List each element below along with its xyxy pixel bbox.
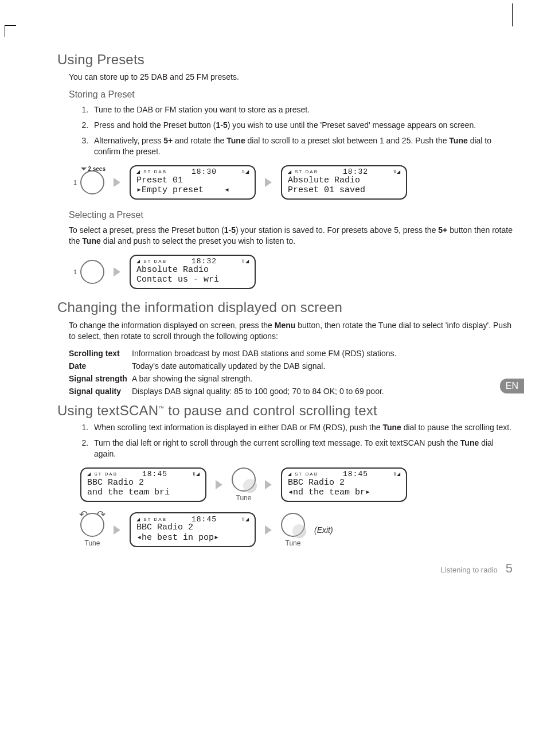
option-value: Information broadcast by most DAB statio… (132, 349, 513, 358)
lcd-battery-icon: ⥮◢ (241, 517, 249, 522)
table-row: Scrolling textInformation broadcast by m… (69, 349, 513, 358)
lcd-line2: and the team bri (87, 488, 200, 497)
lcd-battery-icon: ⥮◢ (241, 259, 249, 264)
para-changing-info: To change the information displayed on s… (69, 320, 513, 342)
arrow-icon (265, 525, 272, 535)
language-tab: EN (500, 379, 524, 393)
step: Press and hold the Preset button (1-5) y… (91, 120, 513, 131)
lcd-screen: ◢ ST DAB 18:30 ⥮◢ Preset 01 ▸Empty prese… (130, 165, 256, 200)
heading-using-presets: Using Presets (57, 52, 513, 68)
hold-label: 2 secs (81, 166, 106, 172)
lcd-screen: ◢ ST DAB 18:45 ⥮◢ BBC Radio 2 and the te… (80, 467, 206, 502)
lcd-clock: 18:45 (142, 470, 167, 478)
step: Tune to the DAB or FM station you want t… (91, 104, 513, 115)
intro-presets: You can store up to 25 DAB and 25 FM pre… (69, 72, 513, 81)
diagram-textscan-row1: ◢ ST DAB 18:45 ⥮◢ BBC Radio 2 and the te… (80, 467, 513, 502)
arrow-icon (114, 525, 120, 535)
lcd-battery-icon: ⥮◢ (393, 471, 400, 477)
diagram-textscan-row2: ↶↷ Tune ◢ ST DAB 18:45 ⥮◢ BBC Radio 2 ◂h… (80, 512, 513, 547)
steps-storing: Tune to the DAB or FM station you want t… (80, 104, 513, 157)
footer-page-number: 5 (506, 561, 513, 576)
arrow-icon (216, 480, 222, 489)
arrow-icon (114, 178, 120, 187)
dial-number: 1 (73, 179, 77, 186)
dial-icon: ↶↷ (80, 513, 104, 537)
table-row: Signal strengthA bar showing the signal … (69, 374, 513, 383)
steps-textscan: When scrolling text information is displ… (80, 422, 513, 459)
info-options-table: Scrolling textInformation broadcast by m… (69, 349, 513, 396)
arrow-icon (265, 480, 272, 489)
lcd-line1: Absolute Radio (136, 265, 249, 275)
lcd-status-icons: ◢ ST DAB (136, 169, 167, 174)
table-row: Signal qualityDisplays DAB signal qualit… (69, 387, 513, 396)
option-key: Signal strength (69, 374, 132, 383)
option-value: Today's date automatically updated by th… (132, 361, 513, 371)
lcd-line1: BBC Radio 2 (87, 478, 200, 488)
exit-label: (Exit) (314, 525, 333, 535)
heading-changing-info: Changing the information displayed on sc… (57, 299, 513, 315)
lcd-status-icons: ◢ ST DAB (136, 259, 167, 264)
dial-with-hand: Tune (281, 513, 305, 547)
dial-number: 1 (73, 268, 77, 275)
option-key: Scrolling text (69, 349, 132, 358)
dial-icon: 1 (80, 260, 104, 284)
arrow-icon (114, 267, 120, 276)
lcd-line2: Contact us - wri (136, 275, 249, 285)
lcd-line2: ▸Empty preset ◂ (136, 185, 249, 195)
lcd-line1: BBC Radio 2 (288, 478, 400, 488)
lcd-battery-icon: ⥮◢ (241, 169, 249, 174)
lcd-line1: Absolute Radio (288, 176, 400, 185)
diagram-select: 1 ◢ ST DAB 18:32 ⥮◢ Absolute Radio Conta… (80, 255, 513, 290)
lcd-battery-icon: ⥮◢ (192, 471, 200, 477)
dial-icon (232, 467, 256, 492)
step: When scrolling text information is displ… (91, 422, 513, 433)
para-selecting: To select a preset, press the Preset but… (69, 225, 513, 247)
lcd-line1: Preset 01 (136, 176, 249, 185)
lcd-clock: 18:45 (192, 515, 217, 524)
dial-rotate: ↶↷ Tune (80, 513, 104, 547)
heading-textscan: Using textSCAN™ to pause and control scr… (57, 403, 513, 419)
lcd-screen: ◢ ST DAB 18:32 ⥮◢ Absolute Radio Contact… (130, 255, 256, 290)
lcd-status-icons: ◢ ST DAB (288, 169, 318, 174)
option-key: Date (69, 361, 132, 371)
lcd-clock: 18:45 (343, 470, 368, 478)
lcd-line2: Preset 01 saved (288, 185, 400, 195)
dial-label: Tune (281, 539, 305, 547)
lcd-clock: 18:30 (192, 167, 217, 176)
table-row: DateToday's date automatically updated b… (69, 361, 513, 371)
lcd-status-icons: ◢ ST DAB (288, 471, 318, 477)
dial-label: Tune (80, 539, 104, 547)
hand-icon (292, 524, 306, 538)
footer-section: Listening to radio (441, 566, 498, 574)
heading-selecting-preset: Selecting a Preset (69, 210, 513, 220)
lcd-screen: ◢ ST DAB 18:32 ⥮◢ Absolute Radio Preset … (281, 165, 407, 200)
dial-icon: 1 2 secs (80, 170, 104, 194)
hand-icon (243, 479, 257, 493)
lcd-status-icons: ◢ ST DAB (136, 517, 167, 522)
lcd-clock: 18:32 (343, 167, 368, 176)
dial-label: Tune (232, 494, 256, 502)
heading-storing-preset: Storing a Preset (69, 89, 513, 100)
lcd-battery-icon: ⥮◢ (393, 169, 400, 174)
lcd-status-icons: ◢ ST DAB (87, 471, 118, 477)
option-value: A bar showing the signal strength. (132, 374, 513, 383)
lcd-line2: ◂nd the team br▸ (288, 488, 400, 497)
lcd-line2: ◂he best in pop▸ (136, 533, 249, 543)
arrow-icon (265, 178, 272, 187)
option-key: Signal quality (69, 387, 132, 396)
dial-icon (281, 513, 305, 537)
rotate-arrows-icon: ↶↷ (79, 508, 106, 521)
page-footer: Listening to radio 5 (57, 561, 513, 576)
step: Turn the dial left or right to scroll th… (91, 438, 513, 459)
step: Alternatively, press 5+ and rotate the T… (91, 135, 513, 157)
dial-with-hand: Tune (232, 467, 256, 502)
lcd-screen: ◢ ST DAB 18:45 ⥮◢ BBC Radio 2 ◂nd the te… (281, 467, 407, 502)
diagram-store: 1 2 secs ◢ ST DAB 18:30 ⥮◢ Preset 01 ▸Em… (80, 165, 513, 200)
option-value: Displays DAB signal quality: 85 to 100 g… (132, 387, 513, 396)
lcd-screen: ◢ ST DAB 18:45 ⥮◢ BBC Radio 2 ◂he best i… (130, 512, 256, 547)
lcd-line1: BBC Radio 2 (136, 523, 249, 532)
